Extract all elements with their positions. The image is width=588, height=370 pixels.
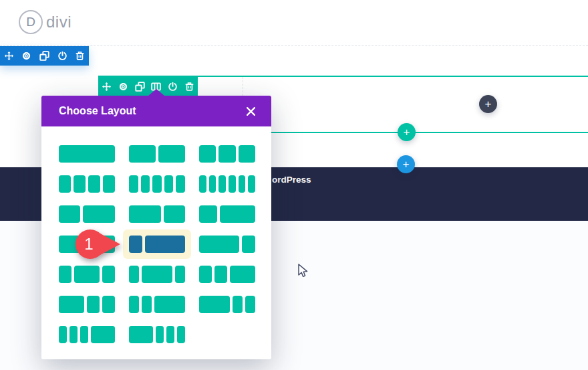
layout-option[interactable] (129, 145, 185, 163)
layout-column-block (142, 296, 152, 313)
layout-option[interactable] (59, 266, 115, 283)
trash-icon[interactable] (182, 79, 198, 94)
layout-option[interactable] (199, 175, 255, 193)
layout-option[interactable] (199, 145, 255, 163)
layout-column-block (87, 296, 100, 313)
layout-column-block (142, 266, 172, 283)
layout-column-block (141, 175, 150, 193)
add-section-button[interactable]: + (397, 155, 415, 173)
layout-column-block (199, 236, 239, 253)
layout-column-block (176, 175, 185, 193)
annotation-badge-label: 1 (84, 235, 93, 253)
modal-header: Choose Layout (41, 96, 271, 126)
layout-column-block (245, 296, 255, 313)
layout-column-block (74, 175, 86, 193)
layout-column-block (230, 266, 255, 283)
layout-column-block (209, 175, 216, 193)
layout-option[interactable] (199, 205, 255, 223)
layout-column-block (164, 205, 185, 223)
column-divider (243, 77, 243, 96)
layout-option[interactable] (199, 296, 255, 313)
layout-column-block (91, 326, 115, 343)
annotation-pointer: 1 (75, 227, 122, 261)
layout-column-block (199, 296, 230, 313)
layout-column-block (129, 205, 161, 223)
layout-column-block (129, 266, 139, 283)
layout-column-block (175, 266, 185, 283)
layout-option[interactable] (199, 236, 255, 253)
close-icon[interactable] (244, 104, 258, 118)
layout-column-block (129, 175, 138, 193)
layout-column-block (59, 296, 84, 313)
layout-option[interactable] (59, 205, 115, 223)
trash-icon[interactable] (72, 49, 88, 64)
layout-column-block (59, 205, 80, 223)
gear-icon[interactable] (19, 49, 35, 64)
layout-column-block (129, 296, 139, 313)
layout-option[interactable] (199, 266, 255, 283)
layout-column-block (158, 145, 185, 163)
layout-column-block (103, 175, 115, 193)
section-toolbar (0, 46, 89, 66)
page-section-text: ordPress (272, 175, 311, 185)
layout-column-block (242, 236, 255, 253)
divi-logo-mark: D (19, 10, 43, 34)
modal-title: Choose Layout (59, 105, 136, 117)
layout-column-block (154, 296, 185, 313)
layout-column-block (129, 236, 142, 253)
layout-column-block (220, 205, 255, 223)
layout-column-block (199, 145, 216, 163)
layout-column-block (152, 175, 162, 193)
layout-column-block (129, 145, 156, 163)
layout-column-block (88, 175, 100, 193)
layout-option-selected[interactable] (129, 236, 185, 253)
layout-column-block (129, 326, 153, 343)
move-icon[interactable] (1, 49, 17, 64)
layout-column-block (199, 266, 212, 283)
divi-builder-screen: { "header": { "logo_letter": "D", "logo_… (0, 0, 588, 370)
layout-column-block (233, 296, 243, 313)
layout-column-block (218, 175, 226, 193)
layout-column-block (69, 326, 78, 343)
layout-column-block (239, 145, 255, 163)
layout-column-block (239, 175, 246, 193)
layout-option[interactable] (59, 326, 115, 343)
layout-column-block (59, 326, 67, 343)
layout-column-block (156, 326, 164, 343)
layout-column-block (59, 266, 71, 283)
layout-option[interactable] (129, 266, 185, 283)
divi-logo: D divi (19, 10, 71, 34)
layout-option[interactable] (129, 205, 185, 223)
layout-option[interactable] (129, 175, 185, 193)
save-icon[interactable] (165, 79, 181, 94)
layout-column-block (102, 296, 115, 313)
layout-column-block (214, 266, 227, 283)
layout-column-block (145, 236, 185, 253)
add-module-button[interactable]: + (479, 95, 497, 113)
layout-column-block (83, 205, 115, 223)
move-icon[interactable] (98, 79, 114, 94)
layout-column-block (177, 326, 185, 343)
layout-column-block (80, 326, 88, 343)
duplicate-icon[interactable] (36, 49, 52, 64)
modal-notch (148, 89, 164, 96)
layout-column-block (74, 266, 100, 283)
mouse-cursor (298, 264, 309, 278)
duplicate-icon[interactable] (132, 79, 148, 94)
layout-column-block (229, 175, 236, 193)
layout-column-block (199, 205, 217, 223)
layout-option[interactable] (59, 145, 115, 163)
layout-option[interactable] (129, 296, 185, 313)
layout-column-block (218, 145, 235, 163)
layout-column-block (248, 175, 255, 193)
divi-logo-text: divi (46, 13, 71, 31)
add-row-button[interactable]: + (398, 123, 416, 141)
layout-option[interactable] (59, 296, 115, 313)
save-icon[interactable] (54, 49, 70, 64)
layout-column-block (102, 266, 115, 283)
layout-column-block (199, 175, 206, 193)
layout-column-block (59, 175, 71, 193)
layout-option[interactable] (129, 326, 185, 343)
gear-icon[interactable] (115, 79, 131, 94)
layout-option[interactable] (59, 175, 115, 193)
